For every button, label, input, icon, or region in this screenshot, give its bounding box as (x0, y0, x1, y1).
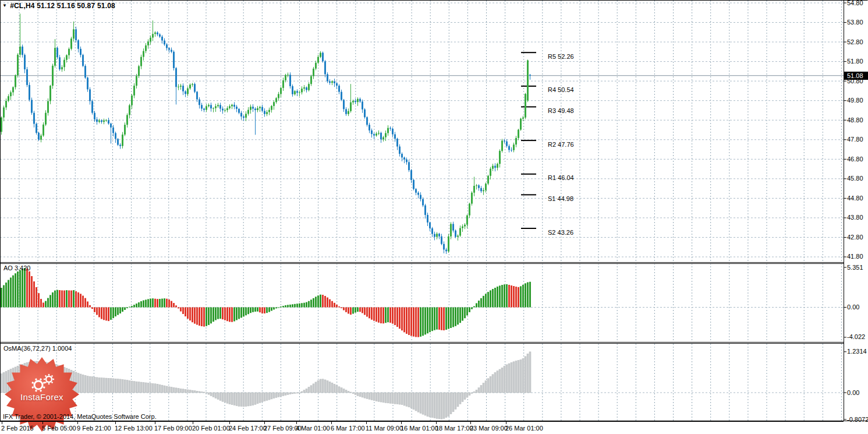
price-axis-label: 47.80 (847, 136, 863, 143)
date-axis-label: 4 Mar 01:00 (296, 425, 330, 432)
date-axis-label: 20 Feb 01:00 (192, 425, 230, 432)
price-axis-label: 44.80 (847, 195, 863, 202)
ao-axis-label: 5.351 (847, 264, 863, 271)
pivot-label: R1 46.04 (548, 174, 574, 181)
price-axis-label: 49.80 (847, 97, 863, 104)
price-axis-label: 48.80 (847, 117, 863, 124)
date-axis-label: 9 Feb 21:00 (77, 425, 111, 432)
current-price-badge: 51.08 (844, 72, 868, 80)
osma-indicator-label: OsMA(36,72,27) 1.0004 (3, 345, 72, 352)
ao-axis-label: 0.00 (847, 304, 859, 310)
pivot-label: S2 43.26 (548, 229, 573, 236)
price-axis-label: 46.80 (847, 156, 863, 163)
price-axis-label: 45.80 (847, 175, 863, 182)
date-axis-label: 12 Feb 13:00 (115, 425, 153, 432)
copyright-text: IFX Trader, © 2001-2014, MetaQuotes Soft… (3, 413, 157, 420)
date-axis-label: 24 Feb 17:00 (229, 425, 267, 432)
current-price-value: 51.08 (847, 72, 863, 79)
price-axis-label: 54.80 (847, 0, 863, 6)
trading-chart-window: ▼#CL,H4 51.12 51.16 50.87 51.08 AO 3.420… (0, 0, 868, 434)
date-axis-label: 23 Mar 09:00 (470, 425, 508, 432)
symbol-ohlc-text: #CL,H4 51.12 51.16 50.87 51.08 (10, 2, 115, 10)
chart-canvas[interactable] (0, 0, 868, 434)
price-axis-label: 53.80 (847, 19, 863, 26)
osma-axis-label: -0.8072 (847, 416, 868, 423)
price-axis-label: 52.80 (847, 38, 863, 45)
price-axis-label: 51.80 (847, 58, 863, 65)
chart-background (0, 0, 868, 434)
date-axis-label: 5 Feb 05:00 (42, 425, 76, 432)
date-axis-label: 6 Mar 17:00 (331, 425, 365, 432)
price-axis-label: 41.80 (847, 253, 863, 260)
instaforex-wordmark: InstaForex (12, 392, 72, 402)
pivot-label: S1 44.98 (548, 195, 573, 202)
date-axis-label: 16 Mar 01:00 (401, 425, 438, 432)
ao-indicator-label: AO 3.420 (3, 264, 30, 271)
pivot-label: R5 52.26 (548, 53, 574, 60)
date-axis-label: 18 Mar 17:00 (435, 425, 473, 432)
price-axis-label: 42.80 (847, 234, 863, 241)
date-axis-label: 17 Feb 09:00 (154, 425, 192, 432)
date-axis-label: 26 Mar 01:00 (505, 425, 543, 432)
date-axis-label: 2 Feb 2015 (1, 425, 34, 432)
pivot-label: R3 49.48 (548, 107, 574, 114)
symbol-dropdown-icon[interactable]: ▼ (2, 3, 7, 8)
osma-axis-label: 0.00 (847, 389, 859, 396)
date-axis-label: 11 Mar 09:00 (366, 425, 403, 432)
pivot-label: R4 50.54 (548, 86, 574, 93)
osma-axis-label: 1.2314 (847, 348, 867, 355)
ao-axis-label: -4.022 (847, 333, 865, 340)
symbol-title: ▼#CL,H4 51.12 51.16 50.87 51.08 (2, 2, 115, 10)
pivot-label: R2 47.76 (548, 141, 574, 148)
price-axis-label: 43.80 (847, 214, 863, 221)
